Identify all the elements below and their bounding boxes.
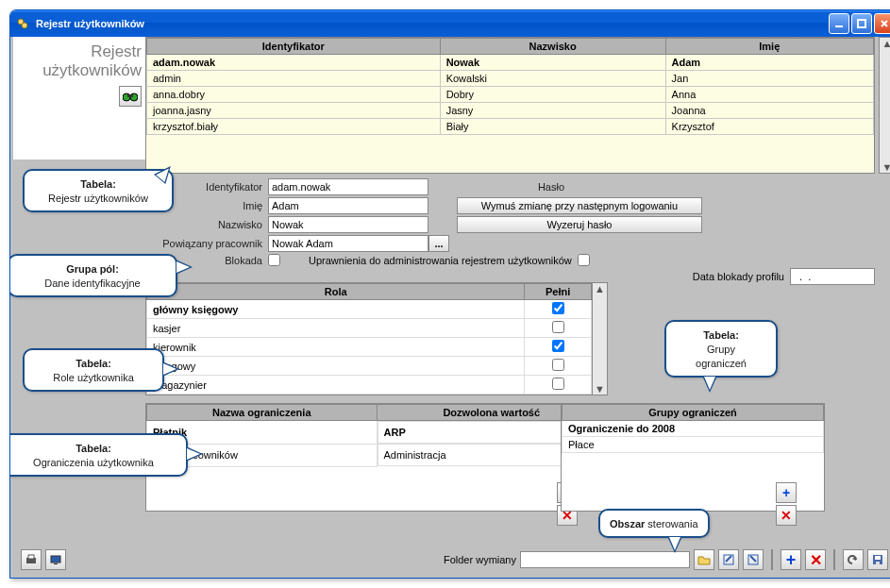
col-identyfikator[interactable]: Identyfikator (147, 39, 441, 55)
window-title: Rejestr użytkowników (36, 18, 144, 29)
folder-field[interactable] (520, 551, 690, 568)
uprawnienia-checkbox[interactable] (578, 254, 590, 266)
data-blokady-label: Data blokady profilu (693, 271, 784, 282)
svg-rect-2 (835, 25, 843, 27)
restrictions-table[interactable]: Nazwa ograniczenia Dozwolona wartość Pła… (145, 403, 608, 512)
table-row[interactable]: Typy pracownikówAdministracja... (147, 444, 607, 466)
print-button[interactable] (21, 549, 42, 570)
export-button[interactable] (718, 549, 739, 570)
powiazany-field[interactable] (268, 235, 428, 252)
callout-control-area: Obszar sterowania (598, 509, 710, 538)
table-row[interactable]: anna.dobryDobryAnna (147, 87, 874, 103)
table-row[interactable]: kierownik (147, 338, 592, 357)
wymus-button[interactable]: Wymuś zmianę przy następnym logowaniu (457, 197, 702, 214)
col-nazwa-ogr[interactable]: Nazwa ograniczenia (147, 405, 378, 421)
imie-field[interactable] (268, 197, 428, 214)
folder-browse-button[interactable] (694, 549, 714, 570)
col-grupy[interactable]: Grupy ograniczeń (563, 405, 824, 421)
wyzeruj-button[interactable]: Wyzeruj hasło (457, 216, 702, 233)
role-checkbox[interactable] (552, 378, 564, 390)
separator (833, 549, 835, 570)
users-table[interactable]: Identyfikator Nazwisko Imię adam.nowakNo… (145, 37, 875, 174)
svg-rect-8 (28, 555, 34, 559)
table-row[interactable]: krzysztof.białyBiałyKrzysztof (147, 119, 874, 135)
identyfikator-field[interactable] (268, 178, 428, 195)
close-button[interactable] (874, 13, 890, 34)
binoculars-button[interactable] (119, 86, 142, 107)
callout-groups: Tabela:Grupy ograniczeń (664, 320, 778, 378)
sidebar: Rejestr użytkowników (13, 37, 145, 160)
col-nazwisko[interactable]: Nazwisko (440, 39, 665, 55)
col-rola[interactable]: Rola (147, 284, 525, 300)
screen-button[interactable] (45, 549, 66, 570)
identity-fields: Identyfikator Hasło Imię Wymuś zmianę pr… (155, 178, 875, 287)
svg-rect-10 (54, 563, 58, 564)
role-checkbox[interactable] (552, 302, 564, 314)
blokada-checkbox[interactable] (268, 254, 280, 266)
svg-rect-15 (876, 562, 880, 564)
table-row[interactable]: PłatnikARP... (147, 421, 607, 445)
table-row[interactable]: kasjer (147, 319, 592, 338)
table-row[interactable]: księgowy (147, 357, 592, 376)
separator (771, 549, 773, 570)
svg-rect-14 (875, 556, 881, 560)
data-blokady-field[interactable] (790, 268, 875, 285)
nazwisko-field[interactable] (268, 216, 428, 233)
col-pelni[interactable]: Pełni (525, 284, 592, 300)
sidebar-title-1: Rejestr (17, 42, 142, 61)
titlebar[interactable]: Rejestr użytkowników (10, 10, 890, 37)
table-row[interactable]: główny księgowy (147, 300, 592, 319)
app-icon (14, 15, 31, 32)
save-button[interactable] (867, 549, 888, 570)
table-row[interactable]: adminKowalskiJan (147, 71, 874, 87)
folder-label: Folder wymiany (444, 554, 516, 565)
bottom-toolbar: Folder wymiany + ✕ (13, 545, 890, 575)
groups-add-button[interactable]: + (776, 482, 797, 503)
groups-delete-button[interactable]: ✕ (776, 505, 797, 526)
svg-rect-3 (858, 20, 865, 27)
delete-button[interactable]: ✕ (805, 549, 826, 570)
col-imie[interactable]: Imię (665, 39, 873, 55)
import-button[interactable] (743, 549, 764, 570)
callout-fields: Grupa pól:Dane identyfikacyjne (9, 254, 177, 297)
callout-roles: Tabela:Role użytkownika (23, 348, 164, 392)
table-row[interactable]: Ograniczenie do 2008 (563, 421, 824, 437)
svg-rect-6 (127, 94, 133, 97)
svg-point-1 (22, 23, 27, 28)
nazwisko-label: Nazwisko (155, 219, 268, 230)
role-checkbox[interactable] (552, 340, 564, 352)
add-button[interactable]: + (781, 549, 801, 570)
maximize-button[interactable] (851, 13, 872, 34)
haslo-label: Hasło (523, 181, 570, 193)
undo-button[interactable] (843, 549, 864, 570)
role-checkbox[interactable] (552, 321, 564, 333)
table-row[interactable]: joanna.jasnyJasnyJoanna (147, 103, 874, 119)
callout-table-users: Tabela:Rejestr użytkowników (23, 169, 174, 212)
users-scrollbar[interactable]: ▲▼ (879, 37, 890, 174)
minimize-button[interactable] (829, 13, 849, 34)
table-row[interactable]: adam.nowakNowakAdam (147, 55, 874, 71)
svg-rect-9 (51, 556, 60, 563)
roles-table[interactable]: Rola Pełni główny księgowykasjerkierowni… (145, 282, 608, 395)
sidebar-title-2: użytkowników (17, 61, 142, 80)
role-checkbox[interactable] (552, 359, 564, 371)
roles-scrollbar[interactable]: ▲▼ (592, 283, 607, 395)
table-row[interactable]: Płace (563, 437, 824, 453)
app-window: Rejestr użytkowników Rejestr użytkownikó… (9, 9, 890, 579)
uprawnienia-label: Uprawnienia do administrowania rejestrem… (309, 255, 572, 266)
callout-restrictions: Tabela:Ograniczenia użytkownika (9, 433, 188, 477)
content-area: Rejestr użytkowników Identyfikator Nazwi… (13, 37, 890, 575)
table-row[interactable]: magazynier (147, 376, 592, 395)
powiazany-browse-button[interactable]: ... (428, 235, 449, 252)
powiazany-label: Powiązany pracownik (155, 238, 268, 249)
